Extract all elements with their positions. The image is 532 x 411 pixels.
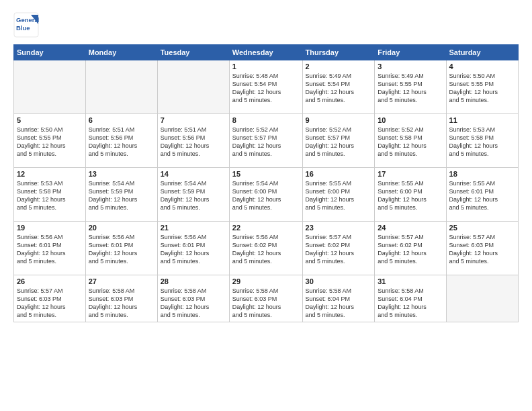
- day-info: Sunrise: 5:55 AM Sunset: 6:00 PM Dayligh…: [306, 179, 372, 212]
- calendar-cell: 3Sunrise: 5:49 AM Sunset: 5:55 PM Daylig…: [375, 60, 446, 114]
- day-number: 3: [378, 62, 443, 71]
- calendar-cell: 13Sunrise: 5:54 AM Sunset: 5:59 PM Dayli…: [85, 168, 157, 222]
- day-info: Sunrise: 5:58 AM Sunset: 6:04 PM Dayligh…: [378, 287, 443, 320]
- day-number: 20: [89, 224, 154, 232]
- day-number: 10: [378, 116, 443, 124]
- calendar-week-row-2: 12Sunrise: 5:53 AM Sunset: 5:58 PM Dayli…: [14, 168, 519, 222]
- calendar-cell: [14, 60, 86, 114]
- day-number: 21: [161, 224, 226, 232]
- day-number: 30: [306, 277, 372, 285]
- day-info: Sunrise: 5:56 AM Sunset: 6:01 PM Dayligh…: [17, 233, 83, 266]
- calendar-cell: 31Sunrise: 5:58 AM Sunset: 6:04 PM Dayli…: [375, 275, 446, 322]
- calendar-cell: 4Sunrise: 5:50 AM Sunset: 5:55 PM Daylig…: [446, 60, 518, 114]
- day-info: Sunrise: 5:58 AM Sunset: 6:03 PM Dayligh…: [89, 287, 154, 320]
- calendar-cell: 14Sunrise: 5:54 AM Sunset: 5:59 PM Dayli…: [157, 168, 229, 222]
- calendar-cell: 22Sunrise: 5:56 AM Sunset: 6:02 PM Dayli…: [229, 222, 302, 275]
- weekday-header-friday: Friday: [375, 45, 446, 60]
- calendar-cell: 7Sunrise: 5:51 AM Sunset: 5:56 PM Daylig…: [157, 114, 229, 168]
- calendar-cell: 21Sunrise: 5:56 AM Sunset: 6:01 PM Dayli…: [157, 222, 229, 275]
- calendar-cell: 18Sunrise: 5:55 AM Sunset: 6:01 PM Dayli…: [446, 168, 518, 222]
- calendar-cell: 25Sunrise: 5:57 AM Sunset: 6:03 PM Dayli…: [446, 222, 518, 275]
- calendar-cell: 11Sunrise: 5:53 AM Sunset: 5:58 PM Dayli…: [446, 114, 518, 168]
- day-number: 14: [161, 170, 226, 178]
- svg-text:Blue: Blue: [16, 24, 30, 32]
- calendar-cell: 12Sunrise: 5:53 AM Sunset: 5:58 PM Dayli…: [14, 168, 86, 222]
- day-number: 1: [232, 62, 300, 71]
- day-info: Sunrise: 5:53 AM Sunset: 5:58 PM Dayligh…: [449, 126, 515, 158]
- day-number: 31: [378, 277, 443, 285]
- day-number: 16: [306, 170, 372, 178]
- weekday-header-wednesday: Wednesday: [229, 45, 302, 60]
- calendar-cell: 20Sunrise: 5:56 AM Sunset: 6:01 PM Dayli…: [85, 222, 157, 275]
- day-info: Sunrise: 5:53 AM Sunset: 5:58 PM Dayligh…: [17, 179, 83, 212]
- calendar-header-row: SundayMondayTuesdayWednesdayThursdayFrid…: [14, 45, 519, 60]
- day-info: Sunrise: 5:49 AM Sunset: 5:54 PM Dayligh…: [306, 72, 372, 105]
- day-info: Sunrise: 5:57 AM Sunset: 6:02 PM Dayligh…: [378, 233, 443, 266]
- day-number: 4: [449, 62, 515, 71]
- calendar-week-row-1: 5Sunrise: 5:50 AM Sunset: 5:55 PM Daylig…: [14, 114, 519, 168]
- calendar-cell: 8Sunrise: 5:52 AM Sunset: 5:57 PM Daylig…: [229, 114, 302, 168]
- day-info: Sunrise: 5:52 AM Sunset: 5:57 PM Dayligh…: [306, 126, 372, 158]
- day-info: Sunrise: 5:52 AM Sunset: 5:57 PM Dayligh…: [232, 126, 300, 158]
- day-info: Sunrise: 5:49 AM Sunset: 5:55 PM Dayligh…: [378, 72, 443, 105]
- day-number: 17: [378, 170, 443, 178]
- calendar-cell: 23Sunrise: 5:57 AM Sunset: 6:02 PM Dayli…: [302, 222, 375, 275]
- day-info: Sunrise: 5:51 AM Sunset: 5:56 PM Dayligh…: [89, 126, 154, 158]
- day-number: 22: [232, 224, 300, 232]
- day-info: Sunrise: 5:58 AM Sunset: 6:04 PM Dayligh…: [306, 287, 372, 320]
- calendar-cell: 5Sunrise: 5:50 AM Sunset: 5:55 PM Daylig…: [14, 114, 86, 168]
- day-info: Sunrise: 5:51 AM Sunset: 5:56 PM Dayligh…: [161, 126, 226, 158]
- day-info: Sunrise: 5:56 AM Sunset: 6:01 PM Dayligh…: [89, 233, 154, 266]
- header: General Blue: [13, 12, 519, 38]
- day-info: Sunrise: 5:55 AM Sunset: 6:00 PM Dayligh…: [378, 179, 443, 212]
- day-number: 29: [232, 277, 300, 285]
- day-info: Sunrise: 5:50 AM Sunset: 5:55 PM Dayligh…: [449, 72, 515, 105]
- calendar-cell: 1Sunrise: 5:48 AM Sunset: 5:54 PM Daylig…: [229, 60, 302, 114]
- day-number: 11: [449, 116, 515, 124]
- weekday-header-thursday: Thursday: [302, 45, 375, 60]
- day-info: Sunrise: 5:57 AM Sunset: 6:03 PM Dayligh…: [17, 287, 83, 320]
- calendar-cell: 24Sunrise: 5:57 AM Sunset: 6:02 PM Dayli…: [375, 222, 446, 275]
- day-number: 19: [17, 224, 83, 232]
- day-info: Sunrise: 5:54 AM Sunset: 6:00 PM Dayligh…: [232, 179, 300, 212]
- calendar-cell: [157, 60, 229, 114]
- day-number: 13: [89, 170, 154, 178]
- weekday-header-monday: Monday: [85, 45, 157, 60]
- day-info: Sunrise: 5:50 AM Sunset: 5:55 PM Dayligh…: [17, 126, 83, 158]
- day-number: 2: [306, 62, 372, 71]
- day-info: Sunrise: 5:58 AM Sunset: 6:03 PM Dayligh…: [161, 287, 226, 320]
- day-info: Sunrise: 5:57 AM Sunset: 6:02 PM Dayligh…: [306, 233, 372, 266]
- calendar-cell: 30Sunrise: 5:58 AM Sunset: 6:04 PM Dayli…: [302, 275, 375, 322]
- day-info: Sunrise: 5:48 AM Sunset: 5:54 PM Dayligh…: [232, 72, 300, 105]
- calendar-week-row-0: 1Sunrise: 5:48 AM Sunset: 5:54 PM Daylig…: [14, 60, 519, 114]
- calendar-cell: [446, 275, 518, 322]
- calendar-table: SundayMondayTuesdayWednesdayThursdayFrid…: [13, 44, 519, 322]
- day-number: 12: [17, 170, 83, 178]
- calendar-cell: 6Sunrise: 5:51 AM Sunset: 5:56 PM Daylig…: [85, 114, 157, 168]
- day-number: 8: [232, 116, 300, 124]
- day-number: 23: [306, 224, 372, 232]
- page: General Blue SundayMondayTuesdayWednesda…: [0, 0, 532, 411]
- calendar-cell: 26Sunrise: 5:57 AM Sunset: 6:03 PM Dayli…: [14, 275, 86, 322]
- day-info: Sunrise: 5:57 AM Sunset: 6:03 PM Dayligh…: [449, 233, 515, 266]
- calendar-cell: 17Sunrise: 5:55 AM Sunset: 6:00 PM Dayli…: [375, 168, 446, 222]
- calendar-cell: 9Sunrise: 5:52 AM Sunset: 5:57 PM Daylig…: [302, 114, 375, 168]
- day-number: 6: [89, 116, 154, 124]
- day-info: Sunrise: 5:55 AM Sunset: 6:01 PM Dayligh…: [449, 179, 515, 212]
- day-number: 18: [449, 170, 515, 178]
- calendar-cell: 27Sunrise: 5:58 AM Sunset: 6:03 PM Dayli…: [85, 275, 157, 322]
- weekday-header-sunday: Sunday: [14, 45, 86, 60]
- day-info: Sunrise: 5:54 AM Sunset: 5:59 PM Dayligh…: [161, 179, 226, 212]
- day-number: 27: [89, 277, 154, 285]
- calendar-cell: 15Sunrise: 5:54 AM Sunset: 6:00 PM Dayli…: [229, 168, 302, 222]
- logo-container: General Blue: [13, 12, 39, 38]
- logo-graphic: General Blue: [13, 12, 39, 38]
- day-number: 15: [232, 170, 300, 178]
- calendar-cell: 29Sunrise: 5:58 AM Sunset: 6:03 PM Dayli…: [229, 275, 302, 322]
- weekday-header-saturday: Saturday: [446, 45, 518, 60]
- calendar-cell: 2Sunrise: 5:49 AM Sunset: 5:54 PM Daylig…: [302, 60, 375, 114]
- day-number: 25: [449, 224, 515, 232]
- day-info: Sunrise: 5:56 AM Sunset: 6:02 PM Dayligh…: [232, 233, 300, 266]
- weekday-header-tuesday: Tuesday: [157, 45, 229, 60]
- day-number: 5: [17, 116, 83, 124]
